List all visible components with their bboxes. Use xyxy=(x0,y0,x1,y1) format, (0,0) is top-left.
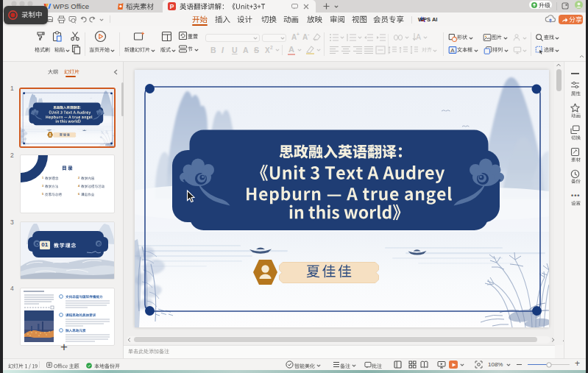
svg-text:P: P xyxy=(170,3,174,10)
svg-text:A: A xyxy=(450,47,455,54)
svg-text:A: A xyxy=(416,33,421,41)
